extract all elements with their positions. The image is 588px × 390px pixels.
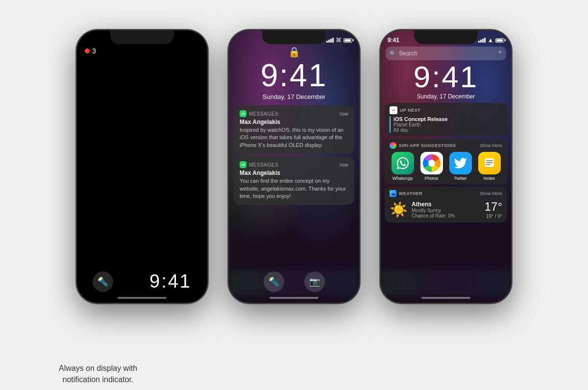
notification-dot xyxy=(85,49,90,53)
camera-icon: 📷 xyxy=(309,276,320,287)
weather-section-title: WEATHER xyxy=(399,191,422,196)
weather-city: Athens xyxy=(412,201,455,208)
caption-area: Always on display with notification indi… xyxy=(42,363,154,385)
phone2-status-bar: ⌘ xyxy=(229,30,359,45)
flashlight-button[interactable]: 🔦 xyxy=(93,271,113,292)
weather-sun-icon: ☀️ xyxy=(390,201,408,218)
notif-app-name-2: MESSAGES xyxy=(249,162,278,168)
status-right-icons: ⌘ xyxy=(326,37,352,44)
photos-app-icon xyxy=(420,152,443,174)
weather-rain: Chance of Rain: 0% xyxy=(412,213,455,219)
event-title: iOS Concept Release xyxy=(393,116,448,122)
wifi-icon: ⌘ xyxy=(336,37,342,44)
phone1-bottom-controls: 🔦 9:41 xyxy=(77,271,207,292)
siri-suggestions-widget: SIRI APP SUGGESTIONS Show More xyxy=(385,139,507,184)
notes-label: Notes xyxy=(484,176,495,181)
messages-app-icon-1: ✉ xyxy=(240,110,246,117)
phone3-status-time: 9:41 xyxy=(388,37,399,44)
notes-app-icon xyxy=(478,152,501,174)
siri-section-title: SIRI APP SUGGESTIONS xyxy=(399,143,456,148)
notification-count: 3 xyxy=(92,47,96,55)
weather-show-more-button[interactable]: Show More xyxy=(480,191,502,196)
phone2-bottom-controls: 🔦 📷 xyxy=(229,271,359,292)
siri-show-more-button[interactable]: Show More xyxy=(480,143,502,148)
phone1-frame: 3 🔦 9:41 xyxy=(76,29,208,304)
notif-time-1: now xyxy=(340,111,348,117)
notifications-list: ✉ MESSAGES now Max Angelakis Inspired by… xyxy=(234,105,354,205)
phone1-time-display: 9:41 xyxy=(149,271,192,292)
notif-sender-2: Max Angelakis xyxy=(240,170,348,176)
event-location: Planet Earth xyxy=(393,122,448,127)
twitter-label: Twitter xyxy=(454,176,467,181)
calendar-section-title: UP NEXT xyxy=(400,108,420,113)
notification-card-2[interactable]: ✉ MESSAGES now Max Angelakis You can fin… xyxy=(234,156,354,205)
calendar-widget[interactable]: 14 UP NEXT iOS Concept Release Planet Ea… xyxy=(385,103,507,136)
notification-indicator-area: 3 xyxy=(77,45,207,55)
flashlight-button-2[interactable]: 🔦 xyxy=(264,271,284,292)
event-time: All day xyxy=(393,127,448,133)
weather-widget[interactable]: ☁ WEATHER Show More ☀️ Athens Mostly Sun… xyxy=(385,187,507,222)
microphone-icon: 🎤 xyxy=(495,50,502,57)
notif-message-2: You can find the entire concept on my we… xyxy=(240,177,348,200)
search-magnifier-icon: 🔍 xyxy=(390,50,396,57)
notes-app-item[interactable]: Notes xyxy=(478,152,501,181)
phone2-time: 9:41 xyxy=(229,60,359,91)
phone3-date: Sunday, 17 December xyxy=(381,93,511,100)
phone2-date: Sunday, 17 December xyxy=(229,93,359,100)
phone3-status-bar: 9:41 ▲ xyxy=(381,30,511,45)
widgets-area: 14 UP NEXT iOS Concept Release Planet Ea… xyxy=(385,103,507,222)
phone3-frame: 9:41 ▲ 🔍 Search 🎤 9:41 Sunday, 17 Decemb… xyxy=(380,29,512,304)
phone3-time: 9:41 xyxy=(381,62,511,92)
notification-card-1[interactable]: ✉ MESSAGES now Max Angelakis Inspired by… xyxy=(234,105,354,154)
siri-apps-grid: WhatsApp Photos xyxy=(390,152,502,181)
phone1-screen: 3 🔦 9:41 xyxy=(77,30,207,303)
phone3-screen: 9:41 ▲ 🔍 Search 🎤 9:41 Sunday, 17 Decemb… xyxy=(381,30,511,303)
search-bar[interactable]: 🔍 Search 🎤 xyxy=(386,47,506,60)
whatsapp-app-icon xyxy=(392,152,414,174)
calendar-app-icon: 14 xyxy=(390,106,397,114)
notif-time-2: now xyxy=(340,162,348,168)
notif-message-1: Inspired by watchOS, this is my vision o… xyxy=(240,126,348,149)
lock-icon: 🔒 xyxy=(288,47,300,57)
phone2-frame: ⌘ 🔒 9:41 Sunday, 17 December ✉ ME xyxy=(228,29,360,304)
photos-label: Photos xyxy=(424,176,438,181)
whatsapp-app-item[interactable]: WhatsApp xyxy=(392,152,414,181)
lock-icon-area: 🔒 xyxy=(229,46,359,58)
flashlight-icon: 🔦 xyxy=(98,276,108,287)
flashlight-icon-2: 🔦 xyxy=(269,276,279,287)
caption-text: Always on display with notification indi… xyxy=(42,363,154,385)
siri-icon xyxy=(390,142,396,149)
notif-app-name-1: MESSAGES xyxy=(249,111,278,117)
twitter-app-item[interactable]: Twitter xyxy=(449,152,472,181)
battery-icon xyxy=(343,38,352,43)
page-container: 3 🔦 9:41 ⌘ xyxy=(15,10,573,390)
phone3-status-icons: ▲ xyxy=(478,37,504,44)
battery-icon-3 xyxy=(495,38,504,43)
weather-app-icon: ☁ xyxy=(390,190,396,197)
whatsapp-label: WhatsApp xyxy=(392,176,413,181)
twitter-app-icon xyxy=(449,152,472,174)
weather-condition: Mostly Sunny xyxy=(412,208,455,213)
messages-app-icon-2: ✉ xyxy=(240,161,246,168)
photos-app-item[interactable]: Photos xyxy=(420,152,443,181)
search-placeholder-text: Search xyxy=(399,50,493,57)
wifi-icon-3: ▲ xyxy=(488,37,493,44)
weather-temp-main: 17° xyxy=(485,200,502,214)
camera-button[interactable]: 📷 xyxy=(304,271,325,292)
notif-sender-1: Max Angelakis xyxy=(240,119,348,125)
phone2-screen: ⌘ 🔒 9:41 Sunday, 17 December ✉ ME xyxy=(229,30,359,303)
weather-temp-range: 19° / 9° xyxy=(485,214,502,219)
